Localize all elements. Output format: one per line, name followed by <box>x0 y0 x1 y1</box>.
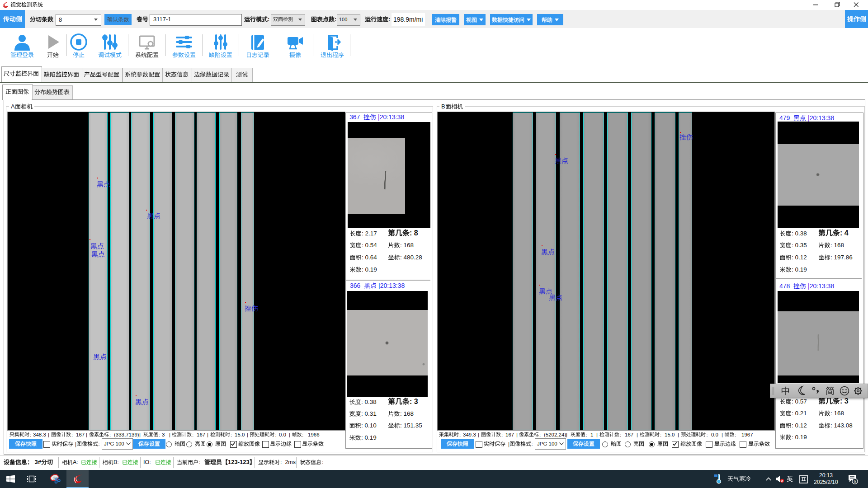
svg-text:6: 6 <box>854 479 856 483</box>
